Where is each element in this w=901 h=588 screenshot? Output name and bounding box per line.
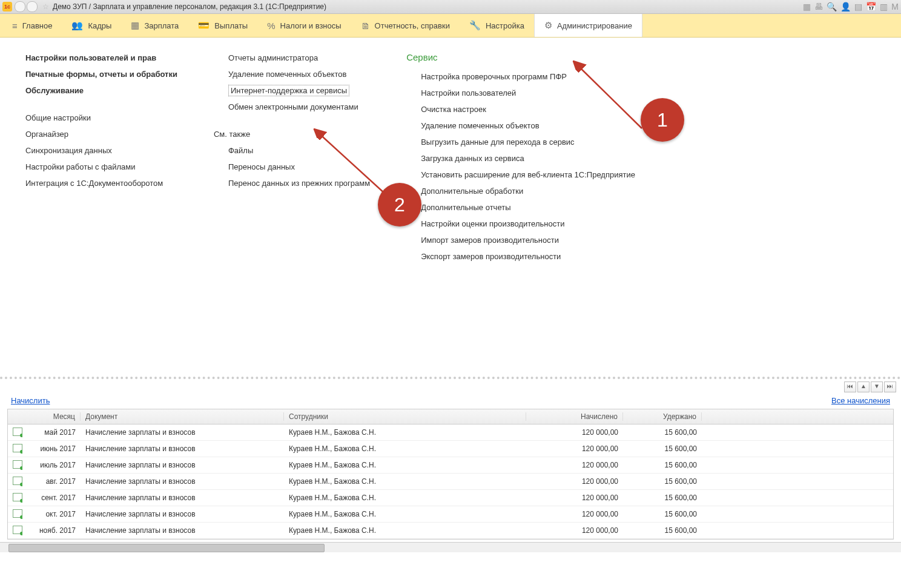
col-month[interactable]: Месяц <box>22 412 81 421</box>
link-perf-export[interactable]: Экспорт замеров производительности <box>406 251 635 262</box>
annotation-badge-2: 2 <box>378 183 421 226</box>
cell-ded: 15 600,00 <box>623 510 702 518</box>
table-row[interactable]: окт. 2017Начисление зарплаты и взносовКу… <box>8 506 893 523</box>
window-title: Демо ЗУП / Зарплата и управление персона… <box>53 2 326 11</box>
menu-payments[interactable]: 💳Выплаты <box>188 14 257 37</box>
cell-ded: 15 600,00 <box>623 494 702 502</box>
link-add-rep[interactable]: Дополнительные отчеты <box>406 202 635 213</box>
menu-setup[interactable]: 🔧Настройка <box>460 14 534 37</box>
panel-last-button[interactable]: ⏭ <box>884 382 896 392</box>
link-perf-settings[interactable]: Настройки оценки производительности <box>406 218 635 230</box>
posted-icon <box>13 526 22 534</box>
menu-hamburger[interactable]: ≡Главное <box>2 14 62 37</box>
menu-hr-label: Кадры <box>88 21 111 30</box>
link-users-rights[interactable]: Настройки пользователей и прав <box>25 52 177 64</box>
menu-admin[interactable]: ⚙Администрирование <box>534 14 642 37</box>
cell-doc: Начисление зарплаты и взносов <box>81 428 284 437</box>
admin-workspace: Настройки пользователей и прав Печатные … <box>0 38 901 379</box>
cell-doc: Начисление зарплаты и взносов <box>81 444 284 453</box>
help-icon[interactable]: ▥ <box>880 2 888 12</box>
cell-doc: Начисление зарплаты и взносов <box>81 494 284 502</box>
menu-salary[interactable]: ▦Зарплата <box>121 14 188 37</box>
col-emp[interactable]: Сотрудники <box>284 412 526 421</box>
hamburger-icon: ≡ <box>12 21 18 31</box>
link-docflow[interactable]: Интеграция с 1С:Документооборотом <box>25 177 177 189</box>
people-icon: 👥 <box>71 20 83 31</box>
favorite-icon[interactable]: ☆ <box>42 2 49 11</box>
cell-ded: 15 600,00 <box>623 461 702 469</box>
table-row[interactable]: авг. 2017Начисление зарплаты и взносовКу… <box>8 474 893 490</box>
cell-ded: 15 600,00 <box>623 444 702 453</box>
cell-month: май 2017 <box>22 428 81 437</box>
cell-month: июнь 2017 <box>22 444 81 453</box>
cell-ded: 15 600,00 <box>623 477 702 486</box>
cell-emp: Кураев Н.М., Бажова С.Н. <box>284 428 526 437</box>
menu-payments-label: Выплаты <box>214 21 248 30</box>
menu-reports-label: Отчетность, справки <box>375 21 450 30</box>
table-row[interactable]: июнь 2017Начисление зарплаты и взносовКу… <box>8 441 893 457</box>
cell-ded: 15 600,00 <box>623 526 702 535</box>
link-general[interactable]: Общие настройки <box>25 112 177 124</box>
accrue-link[interactable]: Начислить <box>11 396 50 405</box>
table-row[interactable]: май 2017Начисление зарплаты и взносовКур… <box>8 424 893 441</box>
cell-acc: 120 000,00 <box>526 444 623 453</box>
calendar-icon[interactable]: 📅 <box>866 2 876 12</box>
cell-ded: 15 600,00 <box>623 428 702 437</box>
menu-taxes[interactable]: %Налоги и взносы <box>257 14 351 37</box>
link-files-settings[interactable]: Настройки работы с файлами <box>25 161 177 173</box>
cell-acc: 120 000,00 <box>526 461 623 469</box>
menu-taxes-label: Налоги и взносы <box>280 21 342 30</box>
col-acc[interactable]: Начислено <box>526 412 623 421</box>
menu-main-label: Главное <box>22 21 53 30</box>
cell-month: июль 2017 <box>22 461 81 469</box>
cell-doc: Начисление зарплаты и взносов <box>81 510 284 518</box>
nav-fwd-button[interactable] <box>27 1 38 12</box>
table-row[interactable]: июль 2017Начисление зарплаты и взносовКу… <box>8 457 893 474</box>
posted-icon <box>13 460 22 469</box>
cell-emp: Кураев Н.М., Бажова С.Н. <box>284 526 526 535</box>
link-sync[interactable]: Синхронизация данных <box>25 145 177 156</box>
wallet-icon: 💳 <box>198 20 210 31</box>
posted-icon <box>13 509 22 518</box>
cell-doc: Начисление зарплаты и взносов <box>81 461 284 469</box>
doc-icon: 🗎 <box>361 21 370 31</box>
titlebar-tools: ▦ 🖶 🔍 👤 ▤ 📅 ▥ M <box>803 2 899 12</box>
cell-month: авг. 2017 <box>22 477 81 486</box>
admin-col-1: Настройки пользователей и прав Печатные … <box>25 52 177 262</box>
cell-doc: Начисление зарплаты и взносов <box>81 477 284 486</box>
link-organizer[interactable]: Органайзер <box>25 128 177 140</box>
calc-icon[interactable]: ▤ <box>854 2 862 12</box>
menu-reports[interactable]: 🗎Отчетность, справки <box>351 14 460 37</box>
percent-icon: % <box>267 21 275 31</box>
link-maintenance[interactable]: Обслуживание <box>25 85 177 96</box>
user-icon[interactable]: 👤 <box>840 2 851 12</box>
menu-admin-label: Администрирование <box>557 21 632 30</box>
save-icon[interactable]: ▦ <box>803 2 811 12</box>
link-perf-import[interactable]: Импорт замеров производительности <box>406 234 635 246</box>
table-row[interactable]: нояб. 2017Начисление зарплаты и взносовК… <box>8 523 893 539</box>
horizontal-scrollbar[interactable] <box>0 542 901 552</box>
cell-month: нояб. 2017 <box>22 526 81 535</box>
cell-month: сент. 2017 <box>22 494 81 502</box>
link-print-forms[interactable]: Печатные формы, отчеты и обработки <box>25 68 177 80</box>
panel-first-button[interactable]: ⏮ <box>844 382 856 392</box>
panel-up-button[interactable]: ▲ <box>857 382 870 392</box>
preview-icon[interactable]: 🔍 <box>827 2 837 12</box>
menu-salary-label: Зарплата <box>144 21 179 30</box>
all-accruals-link[interactable]: Все начисления <box>831 396 890 405</box>
panel-controls: ⏮ ▲ ▼ ⏭ <box>0 379 901 395</box>
menu-hr[interactable]: 👥Кадры <box>62 14 121 37</box>
col-doc[interactable]: Документ <box>81 412 284 421</box>
table-row[interactable]: сент. 2017Начисление зарплаты и взносовК… <box>8 490 893 506</box>
cell-emp: Кураев Н.М., Бажова С.Н. <box>284 510 526 518</box>
cell-acc: 120 000,00 <box>526 526 623 535</box>
col-ded[interactable]: Удержано <box>623 412 702 421</box>
cell-month: окт. 2017 <box>22 510 81 518</box>
m-icon[interactable]: M <box>891 2 899 12</box>
panel-down-button[interactable]: ▼ <box>871 382 883 392</box>
print-icon[interactable]: 🖶 <box>814 2 823 12</box>
link-add-proc[interactable]: Дополнительные обработки <box>406 185 635 197</box>
nav-back-button[interactable] <box>15 1 25 12</box>
app-logo-icon: 1c <box>2 2 12 12</box>
cell-doc: Начисление зарплаты и взносов <box>81 526 284 535</box>
